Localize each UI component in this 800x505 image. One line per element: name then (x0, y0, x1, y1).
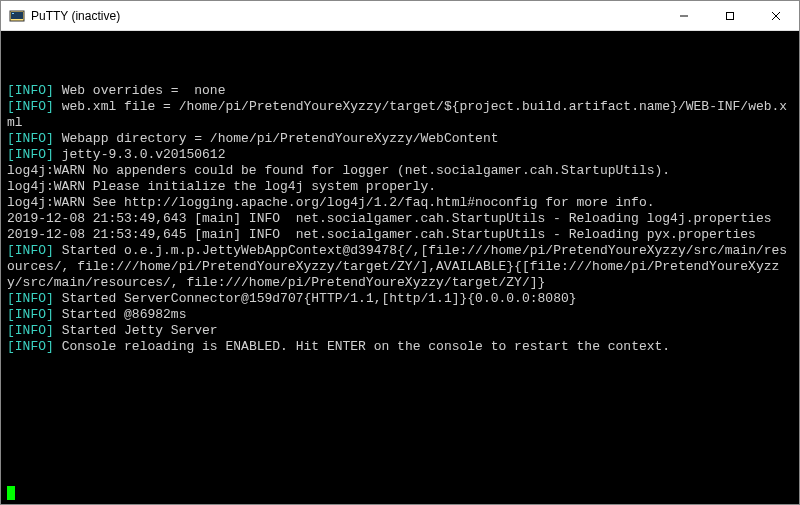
log-level-tag: INFO (15, 307, 46, 322)
close-button[interactable] (753, 1, 799, 30)
log-message: Console reloading is ENABLED. Hit ENTER … (54, 339, 670, 354)
log-message: jetty-9.3.0.v20150612 (54, 147, 226, 162)
minimize-button[interactable] (661, 1, 707, 30)
log-level-tag: INFO (15, 131, 46, 146)
log-message: log4j:WARN See http://logging.apache.org… (7, 195, 655, 210)
terminal-line: log4j:WARN No appenders could be found f… (7, 163, 793, 179)
log-level-tag: INFO (15, 323, 46, 338)
log-level-tag: INFO (15, 243, 46, 258)
terminal-line: [INFO] web.xml file = /home/pi/PretendYo… (7, 99, 793, 131)
log-level-tag: INFO (15, 83, 46, 98)
terminal-line: 2019-12-08 21:53:49,645 [main] INFO net.… (7, 227, 793, 243)
log-message: Started ServerConnector@159d707{HTTP/1.1… (54, 291, 577, 306)
terminal-line: 2019-12-08 21:53:49,643 [main] INFO net.… (7, 211, 793, 227)
terminal-line: [INFO] Started @86982ms (7, 307, 793, 323)
close-icon (771, 11, 781, 21)
log-message: Started o.e.j.m.p.JettyWebAppContext@d39… (7, 243, 787, 290)
log-level-tag: INFO (15, 147, 46, 162)
minimize-icon (679, 11, 689, 21)
terminal-output[interactable]: [INFO] Web overrides = none[INFO] web.xm… (1, 31, 799, 504)
log-message: Started Jetty Server (54, 323, 218, 338)
svg-rect-4 (727, 12, 734, 19)
putty-icon (9, 8, 25, 24)
log-message: Web overrides = none (54, 83, 226, 98)
cursor-block (7, 486, 15, 500)
maximize-icon (725, 11, 735, 21)
terminal-line: [INFO] Started o.e.j.m.p.JettyWebAppCont… (7, 243, 793, 291)
window-controls (661, 1, 799, 30)
window-title: PuTTY (inactive) (31, 9, 120, 23)
log-message: log4j:WARN Please initialize the log4j s… (7, 179, 436, 194)
svg-rect-2 (12, 13, 14, 14)
terminal-line: log4j:WARN Please initialize the log4j s… (7, 179, 793, 195)
titlebar[interactable]: PuTTY (inactive) (1, 1, 799, 31)
log-message: 2019-12-08 21:53:49,643 [main] INFO net.… (7, 211, 772, 226)
putty-window: PuTTY (inactive) [INFO] Web overrides = … (0, 0, 800, 505)
log-level-tag: INFO (15, 291, 46, 306)
log-message: 2019-12-08 21:53:49,645 [main] INFO net.… (7, 227, 756, 242)
terminal-line: [INFO] Webapp directory = /home/pi/Prete… (7, 131, 793, 147)
terminal-line: [INFO] Web overrides = none (7, 83, 793, 99)
maximize-button[interactable] (707, 1, 753, 30)
terminal-line: [INFO] Started ServerConnector@159d707{H… (7, 291, 793, 307)
log-level-tag: INFO (15, 339, 46, 354)
log-message: Webapp directory = /home/pi/PretendYoure… (54, 131, 499, 146)
log-level-tag: INFO (15, 99, 46, 114)
terminal-line: [INFO] jetty-9.3.0.v20150612 (7, 147, 793, 163)
terminal-line: log4j:WARN See http://logging.apache.org… (7, 195, 793, 211)
log-message: web.xml file = /home/pi/PretendYoureXyzz… (7, 99, 787, 130)
terminal-line: [INFO] Console reloading is ENABLED. Hit… (7, 339, 793, 355)
log-message: Started @86982ms (54, 307, 187, 322)
terminal-line: [INFO] Started Jetty Server (7, 323, 793, 339)
log-message: log4j:WARN No appenders could be found f… (7, 163, 670, 178)
